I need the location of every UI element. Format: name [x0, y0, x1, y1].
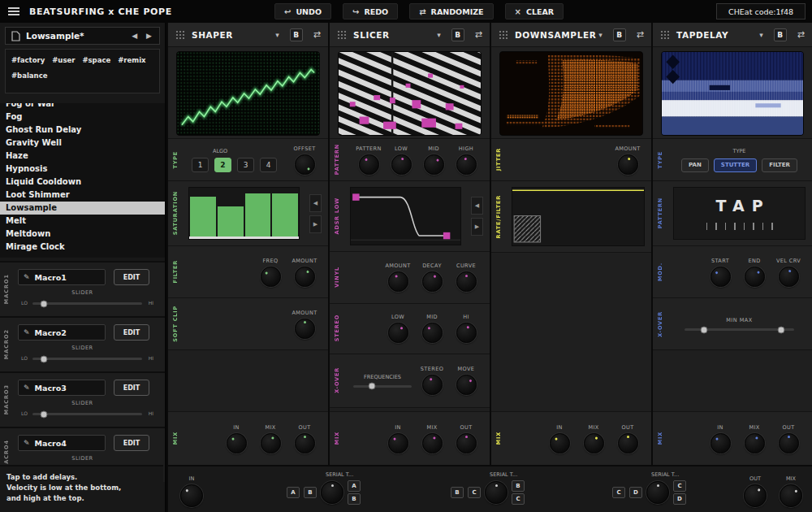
- drag-handle-icon[interactable]: [175, 30, 185, 40]
- macro-1-edit-button[interactable]: EDIT: [114, 269, 149, 285]
- preset-item[interactable]: Liquid Cooldown: [0, 176, 165, 189]
- preset-selector[interactable]: Lowsample* ◀ ▶: [5, 27, 160, 45]
- shaper-b-button[interactable]: B: [290, 28, 303, 41]
- macro-2-edit-button[interactable]: EDIT: [114, 324, 149, 341]
- serial-bc-knob[interactable]: [485, 481, 508, 504]
- tag-balance[interactable]: #balance: [11, 72, 47, 80]
- tag-user[interactable]: #user: [52, 56, 75, 64]
- minmax-slider[interactable]: [685, 328, 794, 331]
- serial-ab-knob[interactable]: [321, 481, 343, 504]
- serial-b-stack-button[interactable]: B: [348, 493, 361, 505]
- preset-item[interactable]: Melt: [0, 215, 165, 228]
- shaper-visualizer[interactable]: [176, 51, 320, 136]
- macro-2-slider[interactable]: [32, 358, 142, 360]
- clear-button[interactable]: ×CLEAR: [505, 3, 564, 20]
- chevron-down-icon[interactable]: ▾: [275, 31, 279, 39]
- xover-stereo-knob[interactable]: [422, 375, 443, 395]
- macro-1-slider[interactable]: [32, 302, 142, 305]
- slicer-randomize-icon[interactable]: ⇄: [475, 29, 482, 40]
- menu-icon[interactable]: [8, 7, 19, 15]
- adsr-prev-button[interactable]: ◀: [471, 197, 483, 215]
- serial-b-button[interactable]: B: [304, 487, 317, 498]
- stereo-low-knob[interactable]: [388, 323, 408, 343]
- slicer-b-button[interactable]: B: [451, 28, 464, 41]
- slicer-mix-knob[interactable]: [422, 433, 443, 453]
- xover-move-knob[interactable]: [456, 375, 477, 395]
- tapdelay-visualizer[interactable]: [661, 51, 804, 136]
- adsr-envelope-display[interactable]: [350, 187, 461, 245]
- randomize-button[interactable]: ⇄RANDOMIZE: [409, 3, 493, 20]
- vinyl-curve-knob[interactable]: [456, 271, 477, 292]
- undo-button[interactable]: ↩UNDO: [274, 3, 331, 20]
- macro-3-edit-button[interactable]: EDIT: [114, 380, 149, 396]
- serial-b-stack-button[interactable]: B: [512, 480, 525, 492]
- preset-item-selected[interactable]: Lowsample: [0, 202, 165, 215]
- ratefilter-display[interactable]: [512, 187, 645, 246]
- preset-item[interactable]: Mirage Clock: [0, 241, 165, 254]
- preset-item[interactable]: Loot Shimmer: [0, 189, 165, 202]
- downsampler-out-knob[interactable]: [618, 433, 638, 453]
- shaper-in-knob[interactable]: [227, 433, 247, 453]
- global-mix-knob[interactable]: [780, 484, 802, 507]
- start-knob[interactable]: [710, 267, 731, 287]
- shaper-mix-knob[interactable]: [261, 433, 281, 453]
- downsampler-randomize-icon[interactable]: ⇄: [637, 29, 644, 40]
- saturation-display[interactable]: [188, 187, 300, 240]
- adsr-next-button[interactable]: ▶: [471, 218, 483, 236]
- tapdelay-in-knob[interactable]: [710, 433, 731, 453]
- macro-3-slider-thumb[interactable]: [40, 410, 47, 418]
- tag-remix[interactable]: #remix: [118, 56, 145, 64]
- global-out-knob[interactable]: [744, 484, 767, 507]
- vinyl-decay-knob[interactable]: [422, 271, 443, 292]
- pattern-knob[interactable]: [359, 154, 379, 175]
- serial-d-stack-button[interactable]: D: [673, 493, 686, 505]
- serial-cd-knob[interactable]: [646, 481, 669, 504]
- algo-1-button[interactable]: 1: [192, 158, 209, 172]
- macro-3-name-field[interactable]: ✎Macro3: [18, 380, 106, 396]
- downsampler-in-knob[interactable]: [550, 433, 570, 453]
- chevron-down-icon[interactable]: ▾: [759, 31, 763, 39]
- tapdelay-out-knob[interactable]: [779, 433, 799, 453]
- algo-2-button-active[interactable]: 2: [214, 158, 231, 172]
- shaper-randomize-icon[interactable]: ⇄: [313, 29, 321, 40]
- serial-c-button[interactable]: C: [468, 487, 481, 498]
- algo-3-button[interactable]: 3: [237, 158, 254, 172]
- saturation-next-button[interactable]: ▶: [309, 215, 322, 233]
- serial-a-stack-button[interactable]: A: [348, 480, 361, 492]
- chevron-down-icon[interactable]: ▾: [437, 31, 441, 39]
- preset-item[interactable]: Fog of War: [0, 103, 165, 111]
- slicer-in-knob[interactable]: [388, 433, 408, 453]
- macro-2-slider-thumb[interactable]: [40, 355, 47, 362]
- serial-d-button[interactable]: D: [629, 487, 642, 498]
- preset-item[interactable]: Meltdown: [0, 228, 165, 241]
- serial-b-button[interactable]: B: [451, 487, 464, 498]
- drag-handle-icon[interactable]: [499, 30, 508, 40]
- min-slider-thumb[interactable]: [701, 326, 708, 333]
- preset-item[interactable]: Gravity Well: [0, 137, 165, 150]
- macro-4-edit-button[interactable]: EDIT: [114, 435, 149, 451]
- preset-item[interactable]: Ghost Run Delay: [0, 124, 165, 137]
- tapdelay-mix-knob[interactable]: [745, 433, 765, 453]
- filter-amount-knob[interactable]: [295, 267, 315, 287]
- tag-space[interactable]: #space: [82, 56, 110, 64]
- preset-next-button[interactable]: ▶: [145, 32, 153, 40]
- softclip-amount-knob[interactable]: [295, 319, 315, 339]
- shaper-out-knob[interactable]: [295, 433, 315, 453]
- stereo-mid-knob[interactable]: [422, 323, 443, 343]
- redo-button[interactable]: ↪REDO: [343, 3, 398, 20]
- tag-factory[interactable]: #factory: [11, 56, 45, 64]
- high-knob[interactable]: [456, 154, 477, 175]
- drag-handle-icon[interactable]: [337, 30, 347, 40]
- tapdelay-randomize-icon[interactable]: ⇄: [797, 29, 805, 40]
- saturation-prev-button[interactable]: ◀: [309, 194, 322, 212]
- preset-prev-button[interactable]: ◀: [130, 32, 139, 40]
- end-knob[interactable]: [745, 267, 765, 287]
- macro-2-name-field[interactable]: ✎Macro2: [18, 324, 106, 341]
- jitter-amount-knob[interactable]: [618, 154, 638, 175]
- downsampler-visualizer[interactable]: [499, 51, 643, 136]
- stutter-button-active[interactable]: STUTTER: [714, 158, 757, 172]
- chevron-down-icon[interactable]: ▾: [598, 31, 603, 39]
- frequencies-slider-thumb[interactable]: [369, 383, 376, 390]
- preset-list[interactable]: Fog of War Fog Ghost Run Delay Gravity W…: [0, 103, 165, 258]
- downsampler-mix-knob[interactable]: [584, 433, 604, 453]
